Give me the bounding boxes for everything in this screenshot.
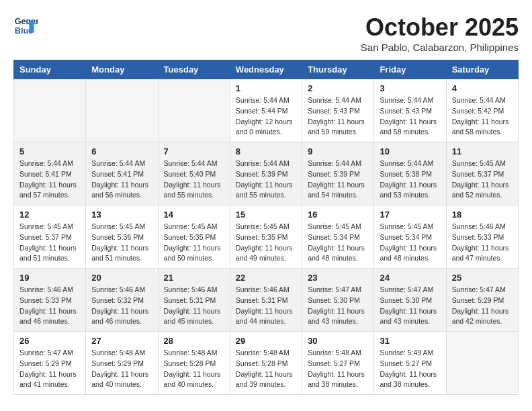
calendar-day-cell: 24Sunrise: 5:47 AM Sunset: 5:30 PM Dayli… [374,269,446,332]
day-number: 25 [452,273,513,283]
calendar-day-cell: 14Sunrise: 5:45 AM Sunset: 5:35 PM Dayli… [158,205,230,269]
day-info: Sunrise: 5:48 AM Sunset: 5:27 PM Dayligh… [308,348,368,390]
day-info: Sunrise: 5:47 AM Sunset: 5:30 PM Dayligh… [380,285,440,327]
day-info: Sunrise: 5:44 AM Sunset: 5:42 PM Dayligh… [452,95,513,138]
day-info: Sunrise: 5:45 AM Sunset: 5:37 PM Dayligh… [19,222,80,264]
page-header: General Blue October 2025 San Pablo, Cal… [13,13,519,53]
calendar-week-row: 19Sunrise: 5:46 AM Sunset: 5:33 PM Dayli… [14,269,519,332]
calendar-day-cell: 9Sunrise: 5:44 AM Sunset: 5:39 PM Daylig… [302,142,374,205]
day-of-week-header: Wednesday [230,60,302,79]
day-number: 6 [91,146,152,156]
calendar-day-cell: 5Sunrise: 5:44 AM Sunset: 5:41 PM Daylig… [14,142,86,205]
day-info: Sunrise: 5:46 AM Sunset: 5:33 PM Dayligh… [452,222,513,264]
day-of-week-header: Monday [86,60,158,79]
day-number: 8 [236,146,296,156]
day-number: 11 [452,146,513,156]
calendar-day-cell [86,79,158,142]
calendar-day-cell: 28Sunrise: 5:48 AM Sunset: 5:28 PM Dayli… [158,332,230,395]
day-info: Sunrise: 5:46 AM Sunset: 5:31 PM Dayligh… [164,285,224,327]
calendar-day-cell: 26Sunrise: 5:47 AM Sunset: 5:29 PM Dayli… [14,332,86,395]
calendar-table: SundayMondayTuesdayWednesdayThursdayFrid… [13,60,519,395]
day-info: Sunrise: 5:47 AM Sunset: 5:30 PM Dayligh… [308,285,368,327]
location-title: San Pablo, Calabarzon, Philippines [361,42,519,53]
day-info: Sunrise: 5:48 AM Sunset: 5:29 PM Dayligh… [91,348,152,390]
day-number: 2 [308,83,368,93]
day-number: 24 [380,273,440,283]
calendar-day-cell: 23Sunrise: 5:47 AM Sunset: 5:30 PM Dayli… [302,269,374,332]
day-info: Sunrise: 5:44 AM Sunset: 5:39 PM Dayligh… [308,158,368,201]
day-info: Sunrise: 5:44 AM Sunset: 5:38 PM Dayligh… [380,158,440,201]
calendar-day-cell: 25Sunrise: 5:47 AM Sunset: 5:29 PM Dayli… [446,269,518,332]
calendar-day-cell: 30Sunrise: 5:48 AM Sunset: 5:27 PM Dayli… [302,332,374,395]
day-number: 21 [164,273,224,283]
day-number: 7 [164,146,224,156]
day-info: Sunrise: 5:49 AM Sunset: 5:27 PM Dayligh… [380,348,440,390]
calendar-week-row: 12Sunrise: 5:45 AM Sunset: 5:37 PM Dayli… [14,205,519,269]
day-number: 22 [236,273,296,283]
day-number: 10 [380,146,440,156]
calendar-day-cell: 22Sunrise: 5:46 AM Sunset: 5:31 PM Dayli… [230,269,302,332]
day-info: Sunrise: 5:48 AM Sunset: 5:28 PM Dayligh… [164,348,224,390]
calendar-day-cell: 17Sunrise: 5:45 AM Sunset: 5:34 PM Dayli… [374,205,446,269]
day-of-week-header: Thursday [302,60,374,79]
calendar-header-row: SundayMondayTuesdayWednesdayThursdayFrid… [14,60,519,79]
day-info: Sunrise: 5:44 AM Sunset: 5:40 PM Dayligh… [164,158,224,201]
calendar-day-cell [158,79,230,142]
day-number: 29 [236,336,296,346]
svg-text:General: General [15,17,38,26]
calendar-day-cell: 16Sunrise: 5:45 AM Sunset: 5:34 PM Dayli… [302,205,374,269]
day-number: 16 [308,210,368,220]
calendar-day-cell: 27Sunrise: 5:48 AM Sunset: 5:29 PM Dayli… [86,332,158,395]
calendar-day-cell: 29Sunrise: 5:48 AM Sunset: 5:28 PM Dayli… [230,332,302,395]
day-info: Sunrise: 5:45 AM Sunset: 5:34 PM Dayligh… [380,222,440,264]
day-info: Sunrise: 5:44 AM Sunset: 5:41 PM Dayligh… [19,158,80,201]
day-info: Sunrise: 5:45 AM Sunset: 5:37 PM Dayligh… [452,158,513,201]
day-number: 31 [380,336,440,346]
day-number: 23 [308,273,368,283]
calendar-body: 1Sunrise: 5:44 AM Sunset: 5:44 PM Daylig… [14,79,519,395]
calendar-week-row: 26Sunrise: 5:47 AM Sunset: 5:29 PM Dayli… [14,332,519,395]
logo: General Blue [13,13,38,38]
day-info: Sunrise: 5:44 AM Sunset: 5:41 PM Dayligh… [91,158,152,201]
calendar-day-cell: 13Sunrise: 5:45 AM Sunset: 5:36 PM Dayli… [86,205,158,269]
month-title: October 2025 [361,13,519,42]
day-number: 19 [19,273,80,283]
calendar-day-cell: 10Sunrise: 5:44 AM Sunset: 5:38 PM Dayli… [374,142,446,205]
calendar-day-cell: 1Sunrise: 5:44 AM Sunset: 5:44 PM Daylig… [230,79,302,142]
day-info: Sunrise: 5:44 AM Sunset: 5:44 PM Dayligh… [236,95,296,138]
day-number: 30 [308,336,368,346]
day-info: Sunrise: 5:47 AM Sunset: 5:29 PM Dayligh… [452,285,513,327]
day-info: Sunrise: 5:44 AM Sunset: 5:43 PM Dayligh… [380,95,440,138]
day-number: 9 [308,146,368,156]
day-info: Sunrise: 5:45 AM Sunset: 5:35 PM Dayligh… [236,222,296,264]
day-info: Sunrise: 5:45 AM Sunset: 5:36 PM Dayligh… [91,222,152,264]
calendar-day-cell: 6Sunrise: 5:44 AM Sunset: 5:41 PM Daylig… [86,142,158,205]
day-number: 26 [19,336,80,346]
calendar-day-cell: 20Sunrise: 5:46 AM Sunset: 5:32 PM Dayli… [86,269,158,332]
calendar-week-row: 5Sunrise: 5:44 AM Sunset: 5:41 PM Daylig… [14,142,519,205]
day-of-week-header: Sunday [14,60,86,79]
calendar-day-cell [446,332,518,395]
day-info: Sunrise: 5:46 AM Sunset: 5:32 PM Dayligh… [91,285,152,327]
day-info: Sunrise: 5:44 AM Sunset: 5:43 PM Dayligh… [308,95,368,138]
calendar-day-cell: 15Sunrise: 5:45 AM Sunset: 5:35 PM Dayli… [230,205,302,269]
calendar-day-cell: 19Sunrise: 5:46 AM Sunset: 5:33 PM Dayli… [14,269,86,332]
day-of-week-header: Tuesday [158,60,230,79]
day-number: 18 [452,210,513,220]
day-of-week-header: Saturday [446,60,518,79]
day-number: 1 [236,83,296,93]
day-number: 20 [91,273,152,283]
day-number: 12 [19,210,80,220]
day-number: 15 [236,210,296,220]
day-of-week-header: Friday [374,60,446,79]
title-section: October 2025 San Pablo, Calabarzon, Phil… [361,13,519,53]
calendar-day-cell: 12Sunrise: 5:45 AM Sunset: 5:37 PM Dayli… [14,205,86,269]
day-info: Sunrise: 5:45 AM Sunset: 5:35 PM Dayligh… [164,222,224,264]
day-info: Sunrise: 5:46 AM Sunset: 5:31 PM Dayligh… [236,285,296,327]
calendar-day-cell: 4Sunrise: 5:44 AM Sunset: 5:42 PM Daylig… [446,79,518,142]
calendar-day-cell: 18Sunrise: 5:46 AM Sunset: 5:33 PM Dayli… [446,205,518,269]
day-info: Sunrise: 5:44 AM Sunset: 5:39 PM Dayligh… [236,158,296,201]
calendar-day-cell: 3Sunrise: 5:44 AM Sunset: 5:43 PM Daylig… [374,79,446,142]
day-number: 3 [380,83,440,93]
calendar-day-cell: 7Sunrise: 5:44 AM Sunset: 5:40 PM Daylig… [158,142,230,205]
